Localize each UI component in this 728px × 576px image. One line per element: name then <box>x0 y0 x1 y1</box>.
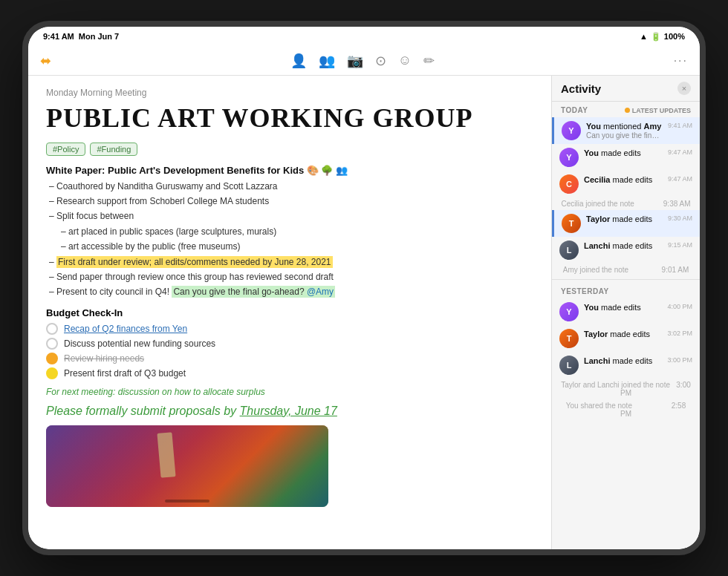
bullet-2: – Research support from Schoberl College… <box>49 194 533 209</box>
latest-updates-badge: LATEST UPDATES <box>625 107 691 114</box>
battery-icon: 🔋 <box>651 32 661 42</box>
activity-main-you-edits: You made edits <box>584 148 663 158</box>
activity-main-taylor-1: Taylor made edits <box>586 214 663 224</box>
avatar-taylor-2: T <box>559 329 579 348</box>
status-time: 9:41 AM <box>43 32 74 41</box>
activity-time-2: 9:47 AM <box>668 148 692 156</box>
checklist-label-2: Discuss potential new funding sources <box>64 338 215 349</box>
activity-item-lanchi-yesterday[interactable]: L Lanchi made edits 3:00 PM <box>552 352 700 379</box>
activity-text-cecilia: Cecilia made edits <box>584 174 663 185</box>
activity-main-mention: You mentioned Amy <box>586 121 663 131</box>
white-paper-section: White Paper: Public Art's Development Be… <box>46 165 533 300</box>
budget-title: Budget Check-In <box>46 307 533 318</box>
bullet-5: – art accessible by the public (free mus… <box>49 239 533 254</box>
activity-time-4: 9:30 AM <box>668 214 692 222</box>
activity-title: Activity <box>561 82 601 95</box>
bullet-8: – Present to city council in Q4! Can you… <box>49 284 533 299</box>
activity-item-mention[interactable]: Y You mentioned Amy Can you give the fin… <box>552 117 700 144</box>
bullet-4: – art placed in public spaces (large scu… <box>49 224 533 239</box>
activity-time-7: 3:02 PM <box>667 329 692 337</box>
bullet-6: – First draft under review; all edits/co… <box>49 255 533 269</box>
mention-icon[interactable]: 👤 <box>290 53 307 69</box>
next-meeting-note: For next meeting: discussion on how to a… <box>46 387 533 397</box>
activity-item-taylor-edits[interactable]: T Taylor made edits 9:30 AM <box>552 210 700 237</box>
activity-panel: Activity × TODAY LATEST UPDATES Y <box>551 76 700 549</box>
bullet-3: – Split focus between <box>49 209 533 223</box>
avatar-cecilia: C <box>559 174 579 194</box>
activity-main-lanchi-1: Lanchi made edits <box>584 240 663 251</box>
emoji-icon[interactable]: ☺ <box>398 53 412 68</box>
bullet-1: – Coauthored by Nanditha Guruswamy and S… <box>49 179 533 194</box>
toolbar: ⬌ 👤 👥 📷 ⊙ ☺ ✏ ··· <box>28 46 700 76</box>
circle-icon[interactable]: ⊙ <box>375 53 386 69</box>
checkbox-4[interactable] <box>46 367 58 379</box>
close-activity-button[interactable]: × <box>677 82 691 95</box>
activity-main-lanchi-2: Lanchi made edits <box>584 356 662 366</box>
system-note-amy-joined: Amy joined the note 9:01 AM <box>552 264 700 276</box>
scroll-indicator <box>165 500 209 503</box>
avatar-lanchi-2: L <box>559 356 579 375</box>
activity-item-you-edits[interactable]: Y You made edits 9:47 AM <box>552 144 700 171</box>
collaborators-icon[interactable]: 👥 <box>319 53 335 69</box>
checklist-item-2[interactable]: Discuss potential new funding sources <box>46 338 533 350</box>
camera-icon[interactable]: 📷 <box>347 53 363 69</box>
activity-time-8: 3:00 PM <box>667 356 692 364</box>
activity-main-taylor-2: Taylor made edits <box>584 329 662 339</box>
main-layout: Monday Morning Meeting PUBLIC ART WORKIN… <box>28 76 700 549</box>
divider-yesterday <box>552 279 700 280</box>
checklist-item-1[interactable]: Recap of Q2 finances from Yen <box>46 323 533 335</box>
activity-sub-mention: Can you give the final go-ahead? @Amy <box>586 131 663 140</box>
formal-submit: Please formally submit proposals by Thur… <box>46 405 533 418</box>
checklist-label-1: Recap of Q2 finances from Yen <box>64 324 187 334</box>
tag-policy[interactable]: #Policy <box>46 143 85 156</box>
pencil-icon[interactable]: ✏ <box>423 53 435 69</box>
yesterday-section-header: YESTERDAY <box>552 283 700 298</box>
today-section-header: TODAY LATEST UPDATES <box>552 102 700 117</box>
note-image <box>46 425 328 507</box>
activity-item-taylor-yesterday[interactable]: T Taylor made edits 3:02 PM <box>552 325 700 352</box>
tablet-frame: 9:41 AM Mon Jun 7 ▲ 🔋 100% ⬌ 👤 👥 📷 ⊙ ☺ ✏ <box>22 21 706 555</box>
activity-main-you-yesterday: You made edits <box>584 302 662 312</box>
activity-text-you-yesterday: You made edits <box>584 302 662 312</box>
activity-header: Activity × <box>552 76 700 102</box>
latest-updates-label: LATEST UPDATES <box>632 107 691 114</box>
note-content: Monday Morning Meeting PUBLIC ART WORKIN… <box>28 76 551 549</box>
bullet-7: – Send paper through review once this gr… <box>49 269 533 284</box>
activity-text-mention: You mentioned Amy Can you give the final… <box>586 121 663 140</box>
avatar-you-2: Y <box>559 148 579 167</box>
system-note-shared: You shared the note 2:58 PM <box>552 399 700 420</box>
checklist-item-3[interactable]: Review hiring needs <box>46 353 533 364</box>
activity-time-1: 9:41 AM <box>668 121 692 129</box>
activity-text-you-edits: You made edits <box>584 148 663 158</box>
activity-time-5: 9:15 AM <box>668 240 692 249</box>
checkbox-3[interactable] <box>46 353 58 364</box>
today-label: TODAY <box>561 106 588 114</box>
activity-text-taylor-yesterday: Taylor made edits <box>584 329 662 339</box>
note-title[interactable]: PUBLIC ART WORKING GROUP <box>46 104 533 134</box>
checklist-label-3: Review hiring needs <box>64 353 144 364</box>
tags-row: #Policy #Funding <box>46 143 533 156</box>
system-note-taylor-lanchi: Taylor and Lanchi joined the note 3:00 P… <box>552 379 700 399</box>
activity-text-lanchi-1: Lanchi made edits <box>584 240 663 251</box>
checkbox-2[interactable] <box>46 338 58 350</box>
avatar-lanchi-1: L <box>559 240 579 260</box>
activity-main-cecilia: Cecilia made edits <box>584 174 663 185</box>
activity-body: TODAY LATEST UPDATES Y You mentioned Amy… <box>552 102 700 549</box>
avatar-taylor-1: T <box>562 214 581 233</box>
activity-item-you-yesterday[interactable]: Y You made edits 4:00 PM <box>552 298 700 325</box>
meeting-label: Monday Morning Meeting <box>46 88 533 98</box>
battery-level: 100% <box>664 32 685 41</box>
checklist-item-4[interactable]: Present first draft of Q3 budget <box>46 367 533 379</box>
back-icon[interactable]: ⬌ <box>40 53 51 69</box>
budget-section: Budget Check-In Recap of Q2 finances fro… <box>46 307 533 379</box>
more-options-icon[interactable]: ··· <box>674 54 688 68</box>
system-note-cecilia-joined: Cecilia joined the note 9:38 AM <box>552 197 700 210</box>
activity-time-6: 4:00 PM <box>667 302 692 310</box>
yesterday-label: YESTERDAY <box>561 287 609 295</box>
activity-item-lanchi-edits-1[interactable]: L Lanchi made edits 9:15 AM <box>552 237 700 264</box>
activity-item-cecilia-edits[interactable]: C Cecilia made edits 9:47 AM <box>552 171 700 197</box>
status-date: Mon Jun 7 <box>79 32 119 41</box>
checkbox-1[interactable] <box>46 323 58 335</box>
avatar-you-3: Y <box>559 302 579 321</box>
tag-funding[interactable]: #Funding <box>90 143 137 156</box>
